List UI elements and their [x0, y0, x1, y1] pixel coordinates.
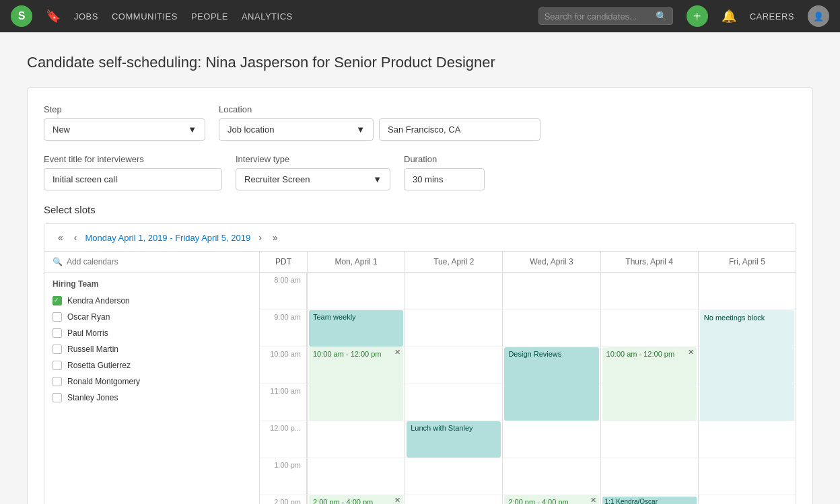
cell-thu-2[interactable]: 1:1 Kendra/Oscar 1:1 Kendra/Rosetta: [600, 495, 698, 504]
mon-10-event[interactable]: 10:00 am - 12:00 pm ✕: [309, 347, 403, 421]
design-reviews-event[interactable]: Design Reviews: [504, 347, 598, 421]
cell-tue-12[interactable]: Lunch with Stanley: [405, 421, 502, 458]
add-calendars-input[interactable]: [67, 257, 251, 266]
cell-fri-2[interactable]: [698, 495, 796, 504]
bookmark-icon[interactable]: 🔖: [46, 9, 61, 24]
mon-2pm-event[interactable]: 2:00 pm - 4:00 pm ✕: [309, 495, 403, 504]
cell-thu-10[interactable]: 10:00 am - 12:00 pm ✕: [600, 347, 698, 384]
calendar-nav: « ‹ Monday April 1, 2019 - Friday April …: [44, 224, 796, 252]
list-item[interactable]: Russell Martin: [44, 341, 259, 357]
location-text-input[interactable]: [379, 118, 540, 141]
member-checkbox[interactable]: [53, 361, 62, 370]
cell-thu-8[interactable]: [600, 273, 698, 310]
cell-wed-2[interactable]: 2:00 pm - 4:00 pm ✕: [502, 495, 600, 504]
list-item[interactable]: Paul Morris: [44, 325, 259, 341]
list-item[interactable]: Kendra Anderson: [44, 293, 259, 309]
event-title-input[interactable]: [44, 168, 222, 190]
search-input[interactable]: [545, 11, 652, 22]
interview-type-select[interactable]: Recruiter Screen ▼: [236, 168, 390, 190]
list-item[interactable]: Rosetta Gutierrez: [44, 357, 259, 373]
cell-wed-9[interactable]: [502, 310, 600, 347]
cell-thu-1[interactable]: [600, 458, 698, 495]
cell-tue-8[interactable]: [405, 273, 502, 310]
cell-wed-12[interactable]: [502, 421, 600, 458]
page-title: Candidate self-scheduling: Nina Jasperso…: [27, 54, 813, 71]
cell-tue-1[interactable]: [405, 458, 502, 495]
step-group: Step New ▼: [44, 104, 205, 141]
avatar[interactable]: 👤: [808, 5, 829, 27]
nav-people[interactable]: PEOPLE: [191, 11, 228, 22]
calendar-sidebar: 🔍 Hiring Team Kendra Anderson Oscar Ryan: [44, 252, 260, 504]
cell-mon-8[interactable]: [307, 273, 405, 310]
list-item[interactable]: Oscar Ryan: [44, 309, 259, 325]
day-header-1: Tue, April 2: [405, 252, 502, 273]
thu-10-event[interactable]: 10:00 am - 12:00 pm ✕: [602, 347, 697, 421]
cell-tue-2[interactable]: [405, 495, 502, 504]
member-name: Russell Martin: [67, 345, 118, 354]
cell-mon-9[interactable]: Team weekly: [307, 310, 405, 347]
close-icon[interactable]: ✕: [394, 497, 400, 504]
wed-2pm-event[interactable]: 2:00 pm - 4:00 pm ✕: [504, 495, 598, 504]
cell-mon-10[interactable]: 10:00 am - 12:00 pm ✕: [307, 347, 405, 384]
nav-double-prev[interactable]: «: [55, 231, 66, 244]
member-checkbox[interactable]: [53, 328, 62, 338]
day-header-3: Thurs, April 4: [600, 252, 698, 273]
cell-fri-8[interactable]: [698, 273, 796, 310]
close-icon[interactable]: ✕: [394, 349, 400, 356]
duration-input[interactable]: [404, 168, 485, 190]
interview-type-label: Interview type: [236, 154, 390, 164]
search-bar[interactable]: 🔍: [538, 7, 673, 25]
close-icon[interactable]: ✕: [590, 497, 596, 504]
member-checkbox[interactable]: [53, 377, 62, 386]
member-checkbox[interactable]: [53, 393, 62, 402]
cell-mon-12[interactable]: [307, 421, 405, 458]
team-weekly-event[interactable]: Team weekly: [309, 310, 403, 347]
member-checkbox[interactable]: [53, 312, 62, 322]
no-meetings-event[interactable]: No meetings block: [700, 310, 794, 421]
close-icon[interactable]: ✕: [688, 349, 694, 356]
interview-type-group: Interview type Recruiter Screen ▼: [236, 154, 390, 190]
cell-mon-2[interactable]: 2:00 pm - 4:00 pm ✕: [307, 495, 405, 504]
member-name: Ronald Montgomery: [67, 377, 140, 386]
list-item[interactable]: Ronald Montgomery: [44, 373, 259, 390]
cell-thu-9[interactable]: [600, 310, 698, 347]
member-checkbox[interactable]: [53, 296, 62, 305]
location-select[interactable]: Job location ▼: [219, 118, 374, 141]
member-name: Kendra Anderson: [67, 296, 130, 305]
form-row-1: Step New ▼ Location Job location ▼: [44, 104, 796, 141]
member-name: Paul Morris: [67, 328, 108, 338]
step-value: New: [53, 124, 70, 135]
member-checkbox[interactable]: [53, 345, 62, 354]
step-select[interactable]: New ▼: [44, 118, 205, 141]
cell-fri-12[interactable]: [698, 421, 796, 458]
cell-tue-11[interactable]: [405, 384, 502, 421]
nav-double-next[interactable]: »: [270, 231, 281, 244]
cell-tue-10[interactable]: [405, 347, 502, 384]
nav-prev[interactable]: ‹: [71, 231, 80, 244]
nav-jobs[interactable]: JOBS: [74, 11, 98, 22]
calendar-container: « ‹ Monday April 1, 2019 - Friday April …: [44, 223, 796, 504]
cell-wed-8[interactable]: [502, 273, 600, 310]
cell-thu-12[interactable]: [600, 421, 698, 458]
cell-tue-9[interactable]: [405, 310, 502, 347]
add-button[interactable]: +: [687, 5, 708, 27]
nav-communities[interactable]: COMMUNITIES: [112, 11, 178, 22]
add-calendars-search[interactable]: 🔍: [44, 252, 259, 273]
lunch-event[interactable]: Lunch with Stanley: [407, 421, 501, 458]
member-name: Stanley Jones: [67, 393, 118, 402]
cell-wed-10[interactable]: Design Reviews: [502, 347, 600, 384]
kendra-oscar-event[interactable]: 1:1 Kendra/Oscar: [602, 497, 697, 504]
nav-analytics[interactable]: ANALYTICS: [242, 11, 293, 22]
cell-mon-1[interactable]: [307, 458, 405, 495]
event-label: No meetings block: [704, 314, 765, 322]
nav-next[interactable]: ›: [256, 231, 265, 244]
event-label: 1:1 Kendra/Oscar: [605, 498, 658, 504]
cell-wed-1[interactable]: [502, 458, 600, 495]
cell-fri-9[interactable]: No meetings block: [698, 310, 796, 347]
time-12pm: 12:00 p...: [260, 421, 307, 458]
list-item[interactable]: Stanley Jones: [44, 390, 259, 406]
time-10am: 10:00 am: [260, 347, 307, 384]
cell-fri-1[interactable]: [698, 458, 796, 495]
time-1pm: 1:00 pm: [260, 458, 307, 495]
notification-icon[interactable]: 🔔: [722, 9, 736, 24]
